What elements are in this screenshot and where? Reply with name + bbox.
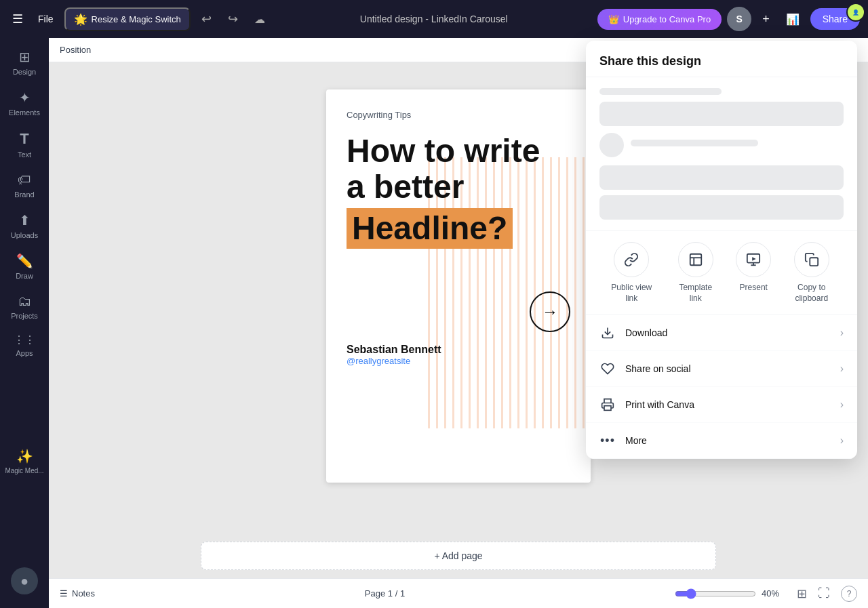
add-collaborator-button[interactable]: + xyxy=(757,9,775,29)
card-footer: Sebastian Bennett @reallygreatsite → xyxy=(326,344,591,386)
sidebar-item-uploads[interactable]: ⬆ Uploads xyxy=(0,207,49,245)
skeleton-avatar xyxy=(599,133,624,157)
print-arrow: › xyxy=(840,399,844,411)
sidebar-item-label: Design xyxy=(13,68,36,76)
sidebar-item-text[interactable]: T Text xyxy=(0,125,49,164)
arrow-circle: → xyxy=(530,291,570,332)
notes-button[interactable]: ☰ Notes xyxy=(60,588,95,599)
user-profile-bottom[interactable]: ● xyxy=(11,567,38,594)
topbar: ☰ File 🌟 Resize & Magic Switch ↩ ↪ ☁ Unt… xyxy=(0,0,868,38)
author-handle: @reallygreatsite xyxy=(347,356,570,366)
download-label: Download xyxy=(625,327,840,338)
author-name: Sebastian Bennett xyxy=(347,344,570,356)
share-panel: Share this design xyxy=(586,41,857,459)
analytics-icon[interactable]: 📊 xyxy=(781,10,805,28)
share-panel-header: Share this design xyxy=(586,41,857,77)
more-arrow: › xyxy=(840,434,844,447)
headline-highlight: Headline? xyxy=(347,208,513,249)
copy-clipboard-button[interactable]: Copy to clipboard xyxy=(788,242,835,304)
bottombar: ☰ Notes Page 1 / 1 40% ⊞ ⛶ ? xyxy=(49,578,868,608)
public-view-label: Public view link xyxy=(608,283,655,304)
print-icon xyxy=(599,397,616,413)
user-avatar[interactable]: S xyxy=(727,7,751,31)
fullscreen-button[interactable]: ⛶ xyxy=(815,584,833,604)
add-page-bar: + Add page xyxy=(49,533,868,578)
public-view-icon-circle xyxy=(614,242,649,277)
skeleton-line-a xyxy=(631,140,758,146)
sidebar: ⊞ Design ✦ Elements T Text 🏷 Brand ⬆ Upl… xyxy=(0,38,49,608)
zoom-slider[interactable] xyxy=(675,588,756,599)
sidebar-item-design[interactable]: ⊞ Design xyxy=(0,43,49,81)
help-button[interactable]: ? xyxy=(841,586,857,602)
sidebar-item-label: Projects xyxy=(11,312,38,320)
design-card[interactable]: Copywriting Tips How to write a better H… xyxy=(326,89,591,483)
share-icons-row: Public view link Template link xyxy=(586,230,857,315)
title-line1: How to write xyxy=(347,134,570,169)
share-panel-skeletons xyxy=(586,77,857,230)
sidebar-item-brand[interactable]: 🏷 Brand xyxy=(0,167,49,204)
template-link-label: Template link xyxy=(672,283,719,304)
position-label: Position xyxy=(60,45,91,55)
text-icon: T xyxy=(20,130,28,148)
add-page-button[interactable]: + Add page xyxy=(201,542,716,570)
print-menu-item[interactable]: Print with Canva › xyxy=(586,387,857,423)
sidebar-item-label: Magic Med... xyxy=(5,467,43,474)
more-menu-item[interactable]: ••• More › xyxy=(586,423,857,459)
sidebar-item-label: Draw xyxy=(16,272,33,280)
sidebar-item-projects[interactable]: 🗂 Projects xyxy=(0,288,49,325)
skeleton-1 xyxy=(599,88,722,95)
sidebar-item-label: Text xyxy=(18,150,31,159)
present-icon-circle xyxy=(736,242,771,277)
present-button[interactable]: Present xyxy=(736,242,771,304)
design-icon: ⊞ xyxy=(19,49,31,65)
crown-icon: 👑 xyxy=(608,14,619,24)
notes-label: Notes xyxy=(72,588,95,599)
document-title[interactable]: Untitled design - LinkedIn Carousel xyxy=(276,14,592,24)
zoom-value: 40% xyxy=(762,588,786,599)
view-buttons: ⊞ ⛶ xyxy=(794,584,833,604)
upgrade-button[interactable]: 👑 Upgrade to Canva Pro xyxy=(597,9,722,30)
magic-icon: 🌟 xyxy=(74,13,87,26)
more-icon: ••• xyxy=(599,432,616,449)
magic-switch-label: Resize & Magic Switch xyxy=(92,14,181,24)
share-social-menu-item[interactable]: Share on social › xyxy=(586,351,857,387)
svg-rect-9 xyxy=(810,258,818,266)
download-menu-item[interactable]: Download › xyxy=(586,315,857,351)
sidebar-item-magic[interactable]: ✨ Magic Med... xyxy=(0,443,49,480)
copy-clipboard-label: Copy to clipboard xyxy=(788,283,835,304)
public-view-link-button[interactable]: Public view link xyxy=(608,242,655,304)
sidebar-item-apps[interactable]: ⋮⋮ Apps xyxy=(0,328,49,363)
share-social-arrow: › xyxy=(840,363,844,375)
draw-icon: ✏️ xyxy=(16,253,33,269)
magic-switch-button[interactable]: 🌟 Resize & Magic Switch xyxy=(64,7,191,31)
apps-icon: ⋮⋮ xyxy=(14,333,35,346)
uploads-icon: ⬆ xyxy=(19,212,31,228)
svg-marker-8 xyxy=(752,257,756,261)
upgrade-label: Upgrade to Canva Pro xyxy=(623,14,711,24)
template-link-button[interactable]: Template link xyxy=(672,242,719,304)
skeleton-text-block xyxy=(631,140,844,150)
elements-icon: ✦ xyxy=(19,89,31,106)
sidebar-item-draw[interactable]: ✏️ Draw xyxy=(0,247,49,285)
hamburger-menu[interactable]: ☰ xyxy=(8,7,27,31)
undo-button[interactable]: ↩ xyxy=(196,9,217,29)
share-button[interactable]: Share 👤 xyxy=(810,8,860,30)
redo-button[interactable]: ↪ xyxy=(222,9,243,29)
brand-icon: 🏷 xyxy=(18,172,31,188)
grid-view-button[interactable]: ⊞ xyxy=(794,584,810,604)
file-menu[interactable]: File xyxy=(33,11,59,27)
page-indicator: Page 1 / 1 xyxy=(103,588,667,599)
magic-media-icon: ✨ xyxy=(16,448,33,464)
profile-icon: ● xyxy=(20,573,28,589)
card-title: How to write a better Headline? xyxy=(347,134,570,249)
zoom-controls: 40% xyxy=(675,588,786,599)
download-icon xyxy=(599,325,616,341)
skeleton-3 xyxy=(599,195,844,220)
template-link-icon-circle xyxy=(678,242,713,277)
svg-rect-2 xyxy=(690,254,702,266)
sidebar-item-elements[interactable]: ✦ Elements xyxy=(0,84,49,122)
cloud-save-icon[interactable]: ☁ xyxy=(249,10,271,28)
share-social-label: Share on social xyxy=(625,363,840,374)
projects-icon: 🗂 xyxy=(18,293,31,309)
card-tag: Copywriting Tips xyxy=(347,110,570,120)
